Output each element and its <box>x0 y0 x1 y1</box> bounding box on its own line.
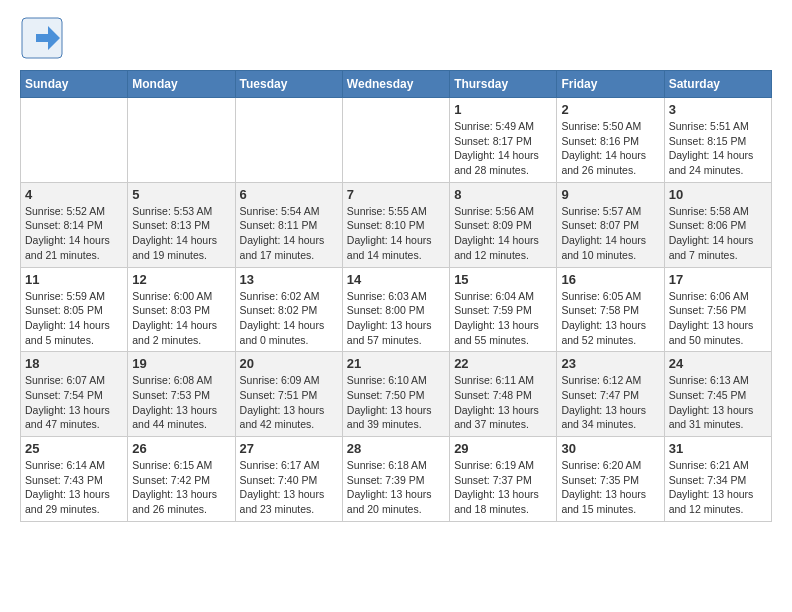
day-number: 29 <box>454 441 552 456</box>
calendar-week-row: 25Sunrise: 6:14 AMSunset: 7:43 PMDayligh… <box>21 437 772 522</box>
calendar-cell: 22Sunrise: 6:11 AMSunset: 7:48 PMDayligh… <box>450 352 557 437</box>
day-detail: Sunrise: 6:17 AMSunset: 7:40 PMDaylight:… <box>240 458 338 517</box>
day-header-thursday: Thursday <box>450 71 557 98</box>
calendar-cell <box>342 98 449 183</box>
logo-icon <box>20 16 64 60</box>
calendar-cell: 27Sunrise: 6:17 AMSunset: 7:40 PMDayligh… <box>235 437 342 522</box>
day-detail: Sunrise: 5:50 AMSunset: 8:16 PMDaylight:… <box>561 119 659 178</box>
day-detail: Sunrise: 6:04 AMSunset: 7:59 PMDaylight:… <box>454 289 552 348</box>
calendar-cell: 13Sunrise: 6:02 AMSunset: 8:02 PMDayligh… <box>235 267 342 352</box>
calendar-cell: 3Sunrise: 5:51 AMSunset: 8:15 PMDaylight… <box>664 98 771 183</box>
day-number: 28 <box>347 441 445 456</box>
day-detail: Sunrise: 5:59 AMSunset: 8:05 PMDaylight:… <box>25 289 123 348</box>
day-number: 20 <box>240 356 338 371</box>
calendar-cell: 30Sunrise: 6:20 AMSunset: 7:35 PMDayligh… <box>557 437 664 522</box>
day-detail: Sunrise: 6:10 AMSunset: 7:50 PMDaylight:… <box>347 373 445 432</box>
day-number: 31 <box>669 441 767 456</box>
calendar-cell: 15Sunrise: 6:04 AMSunset: 7:59 PMDayligh… <box>450 267 557 352</box>
calendar-cell <box>128 98 235 183</box>
calendar-cell: 25Sunrise: 6:14 AMSunset: 7:43 PMDayligh… <box>21 437 128 522</box>
calendar-cell: 12Sunrise: 6:00 AMSunset: 8:03 PMDayligh… <box>128 267 235 352</box>
day-detail: Sunrise: 6:14 AMSunset: 7:43 PMDaylight:… <box>25 458 123 517</box>
day-number: 16 <box>561 272 659 287</box>
day-detail: Sunrise: 5:58 AMSunset: 8:06 PMDaylight:… <box>669 204 767 263</box>
day-header-sunday: Sunday <box>21 71 128 98</box>
day-number: 26 <box>132 441 230 456</box>
calendar-cell: 16Sunrise: 6:05 AMSunset: 7:58 PMDayligh… <box>557 267 664 352</box>
day-number: 14 <box>347 272 445 287</box>
day-detail: Sunrise: 5:56 AMSunset: 8:09 PMDaylight:… <box>454 204 552 263</box>
day-number: 6 <box>240 187 338 202</box>
day-detail: Sunrise: 6:19 AMSunset: 7:37 PMDaylight:… <box>454 458 552 517</box>
calendar-cell: 4Sunrise: 5:52 AMSunset: 8:14 PMDaylight… <box>21 182 128 267</box>
day-number: 22 <box>454 356 552 371</box>
day-number: 13 <box>240 272 338 287</box>
calendar-cell: 17Sunrise: 6:06 AMSunset: 7:56 PMDayligh… <box>664 267 771 352</box>
day-detail: Sunrise: 6:15 AMSunset: 7:42 PMDaylight:… <box>132 458 230 517</box>
day-number: 25 <box>25 441 123 456</box>
day-number: 9 <box>561 187 659 202</box>
day-detail: Sunrise: 6:07 AMSunset: 7:54 PMDaylight:… <box>25 373 123 432</box>
page-header <box>20 16 772 60</box>
day-detail: Sunrise: 6:21 AMSunset: 7:34 PMDaylight:… <box>669 458 767 517</box>
calendar-cell: 26Sunrise: 6:15 AMSunset: 7:42 PMDayligh… <box>128 437 235 522</box>
calendar-cell: 8Sunrise: 5:56 AMSunset: 8:09 PMDaylight… <box>450 182 557 267</box>
day-detail: Sunrise: 6:02 AMSunset: 8:02 PMDaylight:… <box>240 289 338 348</box>
day-detail: Sunrise: 5:53 AMSunset: 8:13 PMDaylight:… <box>132 204 230 263</box>
day-number: 12 <box>132 272 230 287</box>
day-number: 18 <box>25 356 123 371</box>
calendar-cell: 14Sunrise: 6:03 AMSunset: 8:00 PMDayligh… <box>342 267 449 352</box>
logo <box>20 16 68 60</box>
day-header-tuesday: Tuesday <box>235 71 342 98</box>
day-number: 24 <box>669 356 767 371</box>
calendar-cell: 1Sunrise: 5:49 AMSunset: 8:17 PMDaylight… <box>450 98 557 183</box>
day-number: 11 <box>25 272 123 287</box>
day-detail: Sunrise: 5:55 AMSunset: 8:10 PMDaylight:… <box>347 204 445 263</box>
day-number: 1 <box>454 102 552 117</box>
day-number: 19 <box>132 356 230 371</box>
calendar-cell: 28Sunrise: 6:18 AMSunset: 7:39 PMDayligh… <box>342 437 449 522</box>
calendar-cell: 6Sunrise: 5:54 AMSunset: 8:11 PMDaylight… <box>235 182 342 267</box>
calendar-week-row: 1Sunrise: 5:49 AMSunset: 8:17 PMDaylight… <box>21 98 772 183</box>
day-number: 5 <box>132 187 230 202</box>
day-detail: Sunrise: 6:09 AMSunset: 7:51 PMDaylight:… <box>240 373 338 432</box>
day-header-monday: Monday <box>128 71 235 98</box>
day-header-saturday: Saturday <box>664 71 771 98</box>
calendar-cell: 19Sunrise: 6:08 AMSunset: 7:53 PMDayligh… <box>128 352 235 437</box>
calendar-week-row: 4Sunrise: 5:52 AMSunset: 8:14 PMDaylight… <box>21 182 772 267</box>
day-header-friday: Friday <box>557 71 664 98</box>
day-number: 27 <box>240 441 338 456</box>
day-number: 3 <box>669 102 767 117</box>
day-number: 21 <box>347 356 445 371</box>
calendar-cell: 29Sunrise: 6:19 AMSunset: 7:37 PMDayligh… <box>450 437 557 522</box>
day-detail: Sunrise: 6:20 AMSunset: 7:35 PMDaylight:… <box>561 458 659 517</box>
day-detail: Sunrise: 6:12 AMSunset: 7:47 PMDaylight:… <box>561 373 659 432</box>
day-detail: Sunrise: 6:08 AMSunset: 7:53 PMDaylight:… <box>132 373 230 432</box>
calendar-cell: 9Sunrise: 5:57 AMSunset: 8:07 PMDaylight… <box>557 182 664 267</box>
day-number: 23 <box>561 356 659 371</box>
day-detail: Sunrise: 6:06 AMSunset: 7:56 PMDaylight:… <box>669 289 767 348</box>
day-detail: Sunrise: 6:13 AMSunset: 7:45 PMDaylight:… <box>669 373 767 432</box>
day-detail: Sunrise: 5:54 AMSunset: 8:11 PMDaylight:… <box>240 204 338 263</box>
day-number: 15 <box>454 272 552 287</box>
calendar-cell <box>235 98 342 183</box>
day-number: 2 <box>561 102 659 117</box>
day-number: 4 <box>25 187 123 202</box>
calendar-cell: 5Sunrise: 5:53 AMSunset: 8:13 PMDaylight… <box>128 182 235 267</box>
day-detail: Sunrise: 6:18 AMSunset: 7:39 PMDaylight:… <box>347 458 445 517</box>
calendar-table: SundayMondayTuesdayWednesdayThursdayFrid… <box>20 70 772 522</box>
day-detail: Sunrise: 5:49 AMSunset: 8:17 PMDaylight:… <box>454 119 552 178</box>
calendar-cell: 21Sunrise: 6:10 AMSunset: 7:50 PMDayligh… <box>342 352 449 437</box>
calendar-week-row: 18Sunrise: 6:07 AMSunset: 7:54 PMDayligh… <box>21 352 772 437</box>
calendar-cell: 18Sunrise: 6:07 AMSunset: 7:54 PMDayligh… <box>21 352 128 437</box>
day-detail: Sunrise: 6:11 AMSunset: 7:48 PMDaylight:… <box>454 373 552 432</box>
day-detail: Sunrise: 6:03 AMSunset: 8:00 PMDaylight:… <box>347 289 445 348</box>
day-detail: Sunrise: 5:57 AMSunset: 8:07 PMDaylight:… <box>561 204 659 263</box>
calendar-cell: 20Sunrise: 6:09 AMSunset: 7:51 PMDayligh… <box>235 352 342 437</box>
day-detail: Sunrise: 5:52 AMSunset: 8:14 PMDaylight:… <box>25 204 123 263</box>
day-header-wednesday: Wednesday <box>342 71 449 98</box>
day-number: 17 <box>669 272 767 287</box>
calendar-header-row: SundayMondayTuesdayWednesdayThursdayFrid… <box>21 71 772 98</box>
calendar-cell <box>21 98 128 183</box>
day-number: 7 <box>347 187 445 202</box>
